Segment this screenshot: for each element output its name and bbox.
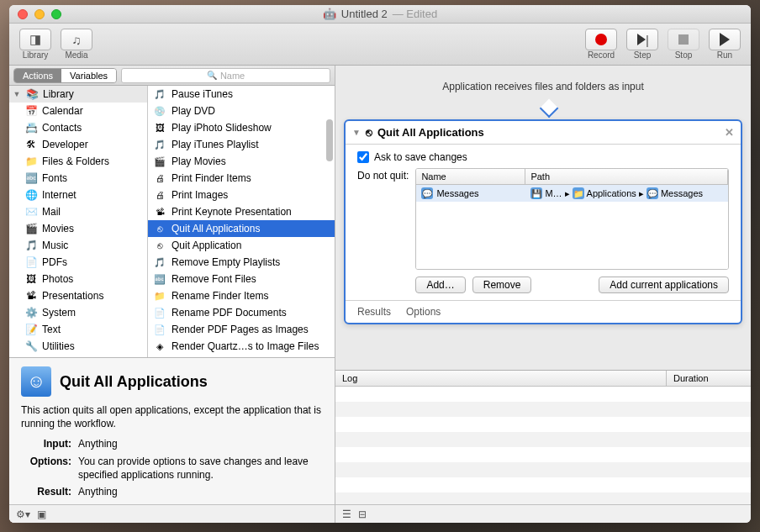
record-button[interactable] [585,29,617,50]
zoom-window-button[interactable] [51,9,61,19]
action-card-quit-all[interactable]: ▼ ⎋ Quit All Applications ✕ Ask to save … [344,119,742,324]
info-title: Quit All Applications [60,373,208,391]
remove-action-button[interactable]: ✕ [725,126,734,139]
sidebar-item[interactable]: 📁Files & Folders [9,153,147,170]
ask-save-checkbox[interactable] [357,151,369,163]
sidebar-item[interactable]: 🔧Utilities [9,338,147,355]
action-list-item[interactable]: ◈Render Quartz…s to Image Files [148,338,335,355]
action-icon: 🎵 [153,87,166,101]
minimize-window-button[interactable] [34,9,45,19]
tab-variables[interactable]: Variables [61,69,116,82]
workflow-input-header: Application receives files and folders a… [335,66,751,108]
action-list-item[interactable]: 📁Rename Finder Items [148,287,335,304]
library-header: Actions Variables Name [9,66,335,86]
sidebar-item[interactable]: 🌐Internet [9,187,147,203]
main-toolbar: ◨ Library ♫ Media Record | Step Stop [9,24,751,66]
category-icon: 🔤 [24,171,38,185]
automator-app-icon: 🤖 [323,8,336,20]
sidebar-library-root[interactable]: ▼ 📚 Library [9,86,147,103]
workflow-view-toggle-icon[interactable]: ▣ [37,508,46,520]
add-button[interactable]: Add… [415,277,465,293]
info-value: You can provide options to save changes … [78,455,323,482]
sidebar-item[interactable]: 📽Presentations [9,287,147,304]
disclosure-triangle-icon[interactable]: ▼ [352,128,361,137]
info-label: Input: [21,437,71,450]
action-list-item[interactable]: 🎵Play iTunes Playlist [148,136,335,153]
action-list-item[interactable]: 🖨Print Finder Items [148,170,335,187]
options-tab[interactable]: Options [406,306,441,318]
column-path[interactable]: Path [525,169,728,184]
library-mode-segment[interactable]: Actions Variables [13,68,117,83]
info-label: Result: [21,485,71,498]
column-name[interactable]: Name [416,169,525,184]
add-current-apps-button[interactable]: Add current applications [599,277,729,293]
action-icon: 💿 [153,104,166,118]
sidebar-item[interactable]: ✉️Mail [9,203,147,220]
sidebar-item[interactable]: 📝Text [9,321,147,338]
close-window-button[interactable] [18,9,28,19]
search-input[interactable]: Name [121,68,330,83]
action-list-item[interactable]: ⎋Quit All Applications [148,220,335,237]
action-list-item[interactable]: 📄Rename PDF Documents [148,304,335,321]
disclosure-triangle-icon[interactable]: ▼ [13,90,21,98]
action-list-item[interactable]: 📄Render PDF Pages as Images [148,321,335,338]
window-title: Untitled 2 [341,8,388,20]
sidebar-item[interactable]: 📅Calendar [9,103,147,119]
info-value: If "Ask to save changes" is not selected… [78,502,323,504]
action-list-item[interactable]: 📽Print Keynote Presentation [148,203,335,220]
tab-actions[interactable]: Actions [14,69,61,82]
log-view-toggle-icon[interactable]: ☰ [342,508,351,520]
info-value: Anything [78,437,323,450]
action-list-item[interactable]: 🔤Remove Font Files [148,271,335,287]
run-button[interactable] [709,29,741,50]
sidebar-item[interactable]: ⚙️System [9,304,147,321]
sidebar-item[interactable]: 🔤Fonts [9,170,147,187]
window-edited-indicator: — Edited [393,8,437,20]
sidebar-item[interactable]: 🖼Photos [9,271,147,287]
actions-list[interactable]: 🎵Pause iTunes💿Play DVD🖼Play iPhoto Slide… [148,86,335,357]
sidebar-item[interactable]: 🛠Developer [9,136,147,153]
action-icon: ◈ [153,340,166,353]
category-icon: 📇 [24,121,38,134]
log-column-header[interactable]: Log [335,371,667,386]
scrollbar-thumb[interactable] [326,119,333,161]
library-toggle-button[interactable]: ◨ [19,29,51,50]
step-button[interactable]: | [626,29,658,50]
action-list-item[interactable]: 🎵Pause iTunes [148,86,335,103]
action-list-item[interactable]: 🖼Play iPhoto Slideshow [148,119,335,136]
remove-button[interactable]: Remove [472,277,532,293]
action-list-item[interactable]: 💿Play DVD [148,103,335,119]
list-view-toggle-icon[interactable]: ⊟ [358,508,367,520]
table-row[interactable]: 💬 Messages 💾M… ▸ 📁Applications [416,185,728,202]
sidebar-item[interactable]: 📄PDFs [9,254,147,271]
action-icon: 🎵 [153,138,166,151]
action-icon: 🔤 [153,272,166,286]
sidebar-item[interactable]: 📇Contacts [9,119,147,136]
library-label: Library [23,50,49,60]
messages-app-icon: 💬 [421,187,433,199]
sidebar-item[interactable]: 🎵Music [9,237,147,254]
action-list-item[interactable]: ⎋Quit Application [148,237,335,254]
workflow-canvas[interactable]: Application receives files and folders a… [335,66,751,370]
sidebar-item[interactable]: 🎬Movies [9,220,147,237]
do-not-quit-table[interactable]: Name Path 💬 Messages [415,168,729,270]
media-button[interactable]: ♫ [61,29,92,50]
category-icon: 🎵 [24,239,38,252]
action-list-item[interactable]: 🖨Print Images [148,187,335,203]
step-icon [637,34,646,45]
results-tab[interactable]: Results [357,306,391,318]
action-icon: ⎋ [153,222,166,235]
finder-icon: ☺ [21,366,51,397]
action-list-item[interactable]: 🎵Remove Empty Playlists [148,254,335,271]
stop-icon [678,34,689,45]
category-sidebar[interactable]: ▼ 📚 Library 📅Calendar📇Contacts🛠Developer… [9,86,148,357]
stop-button[interactable] [668,29,699,50]
category-icon: 📁 [24,155,38,168]
action-list-item[interactable]: 🎬Play Movies [148,153,335,170]
gear-menu-icon[interactable]: ⚙▾ [16,508,30,520]
run-label: Run [717,50,732,60]
duration-column-header[interactable]: Duration [667,371,751,386]
category-icon: ✉️ [24,205,38,219]
log-panel: Log Duration [335,370,751,504]
category-icon: 🎬 [24,222,38,235]
